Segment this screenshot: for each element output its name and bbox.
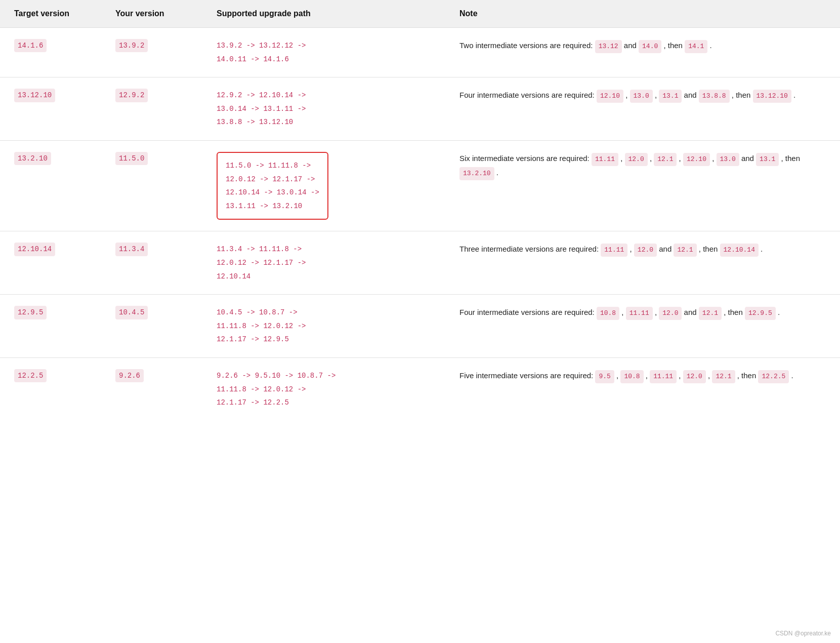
path-version: 13.0.14 (277, 188, 307, 196)
path-arrow: -> (302, 175, 315, 183)
path-arrow: -> (260, 188, 277, 196)
note-version-badge: 11.11 (626, 307, 653, 320)
path-version: 12.1.17 (263, 259, 293, 267)
path-arrow: -> (242, 42, 259, 50)
note-version-badge: 12.0 (625, 153, 648, 166)
note-version-badge: 14.0 (639, 40, 661, 53)
path-cell: 12.9.2 -> 12.10.14 -> 13.0.14 -> 13.1.11… (202, 77, 445, 141)
path-version: 12.9.5 (263, 335, 288, 343)
note-version-badge: 13.1 (659, 90, 682, 103)
target-version-cell: 12.10.14 (0, 231, 101, 295)
note-version-badge: 12.1 (712, 370, 735, 383)
path-arrow: -> (323, 372, 335, 380)
note-cell: Two intermediate versions are required: … (445, 28, 840, 77)
path-version: 13.1.11 (226, 202, 256, 210)
note-version-badge: 13.2.10 (459, 167, 494, 180)
note-version-badge: 12.10 (683, 153, 710, 166)
path-arrow: -> (293, 322, 306, 330)
path-cell-inner: 10.4.5 -> 10.8.7 -> 11.11.8 -> 12.0.12 -… (217, 306, 431, 346)
path-version: 11.11.8 (259, 245, 289, 253)
path-version: 13.12.12 (259, 42, 293, 50)
path-arrow: -> (246, 55, 264, 63)
your-version-cell: 12.9.2 (101, 77, 202, 141)
path-version: 10.8.7 (298, 372, 323, 380)
note-version-badge: 11.11 (592, 153, 618, 166)
path-arrow: -> (251, 162, 268, 170)
path-line: 12.1.17 -> 12.2.5 (217, 396, 431, 410)
target-version-badge: 12.9.5 (14, 306, 47, 319)
path-version: 13.0.14 (217, 105, 246, 113)
path-arrow: -> (246, 259, 264, 267)
path-line: 12.9.2 -> 12.10.14 -> (217, 89, 431, 102)
path-version: 12.0.12 (263, 385, 293, 393)
path-line: 12.0.12 -> 12.1.17 -> (217, 256, 431, 270)
path-line: 11.11.8 -> 12.0.12 -> (217, 319, 431, 333)
path-version: 13.8.8 (217, 118, 242, 126)
note-version-badge: 12.10.14 (720, 244, 759, 257)
note-version-badge: 12.1 (674, 244, 696, 257)
path-arrow: -> (242, 118, 259, 126)
your-version-badge: 9.2.6 (115, 369, 144, 382)
header-path: Supported upgrade path (202, 0, 445, 28)
path-line: 13.8.8 -> 13.12.10 (217, 115, 431, 129)
table-row: 12.10.1411.3.411.3.4 -> 11.11.8 -> 12.0.… (0, 231, 840, 295)
path-cell-inner: 12.9.2 -> 12.10.14 -> 13.0.14 -> 13.1.11… (217, 89, 431, 129)
note-version-badge: 13.0 (717, 153, 739, 166)
path-line: 12.1.17 -> 12.9.5 (217, 333, 431, 346)
path-line: 12.0.12 -> 12.1.17 -> (226, 173, 319, 186)
target-version-badge: 13.2.10 (14, 152, 51, 165)
note-version-badge: 13.12 (595, 40, 622, 53)
note-content: Five intermediate versions are required:… (459, 369, 826, 383)
note-content: Four intermediate versions are required:… (459, 306, 826, 320)
path-version: 10.8.7 (259, 308, 284, 316)
note-version-badge: 13.12.10 (753, 90, 791, 103)
main-container: Target version Your version Supported up… (0, 0, 840, 643)
target-version-cell: 12.2.5 (0, 357, 101, 420)
target-version-badge: 13.12.10 (14, 89, 55, 102)
path-version: 10.4.5 (217, 308, 242, 316)
path-arrow: -> (280, 372, 298, 380)
target-version-cell: 13.12.10 (0, 77, 101, 141)
path-cell: 10.4.5 -> 10.8.7 -> 11.11.8 -> 12.0.12 -… (202, 295, 445, 358)
path-version: 12.1.17 (217, 398, 246, 407)
path-arrow: -> (284, 308, 297, 316)
path-version: 11.3.4 (217, 245, 242, 253)
header-your: Your version (101, 0, 202, 28)
target-version-cell: 14.1.6 (0, 28, 101, 77)
path-line: 12.10.14 (217, 270, 431, 284)
note-version-badge: 9.5 (595, 370, 614, 383)
watermark: CSDN @opreator.ke (775, 630, 831, 637)
path-cell: 11.3.4 -> 11.11.8 -> 12.0.12 -> 12.1.17 … (202, 231, 445, 295)
note-content: Four intermediate versions are required:… (459, 89, 826, 103)
table-row: 13.2.1011.5.011.5.0 -> 11.11.8 -> 12.0.1… (0, 140, 840, 231)
your-version-cell: 9.2.6 (101, 357, 202, 420)
note-version-badge: 12.1 (654, 153, 677, 166)
path-arrow: -> (242, 91, 259, 99)
your-version-badge: 12.9.2 (115, 89, 148, 102)
path-version: 13.2.10 (272, 202, 302, 210)
path-arrow: -> (289, 245, 302, 253)
note-version-badge: 12.10 (597, 90, 623, 103)
path-arrow: -> (293, 91, 306, 99)
path-version: 12.9.2 (217, 91, 242, 99)
path-line: 13.1.11 -> 13.2.10 (226, 199, 319, 213)
path-line: 14.0.11 -> 14.1.6 (217, 53, 431, 66)
target-version-badge: 12.10.14 (14, 243, 55, 256)
path-arrow: -> (293, 385, 306, 393)
target-version-cell: 12.9.5 (0, 295, 101, 358)
upgrade-table: Target version Your version Supported up… (0, 0, 840, 421)
path-arrow: -> (246, 398, 264, 407)
path-version: 13.9.2 (217, 42, 242, 50)
path-line: 10.4.5 -> 10.8.7 -> (217, 306, 431, 319)
note-version-badge: 12.2.5 (758, 370, 789, 383)
table-row: 13.12.1012.9.212.9.2 -> 12.10.14 -> 13.0… (0, 77, 840, 141)
note-version-badge: 13.8.8 (699, 90, 730, 103)
path-arrow: -> (242, 308, 259, 316)
path-arrow: -> (246, 385, 264, 393)
header-target: Target version (0, 0, 101, 28)
path-version: 11.11.8 (268, 162, 298, 170)
path-version: 12.1.17 (217, 335, 246, 343)
path-version: 11.11.8 (217, 322, 246, 330)
path-arrow: -> (293, 105, 306, 113)
path-version: 12.0.12 (263, 322, 293, 330)
